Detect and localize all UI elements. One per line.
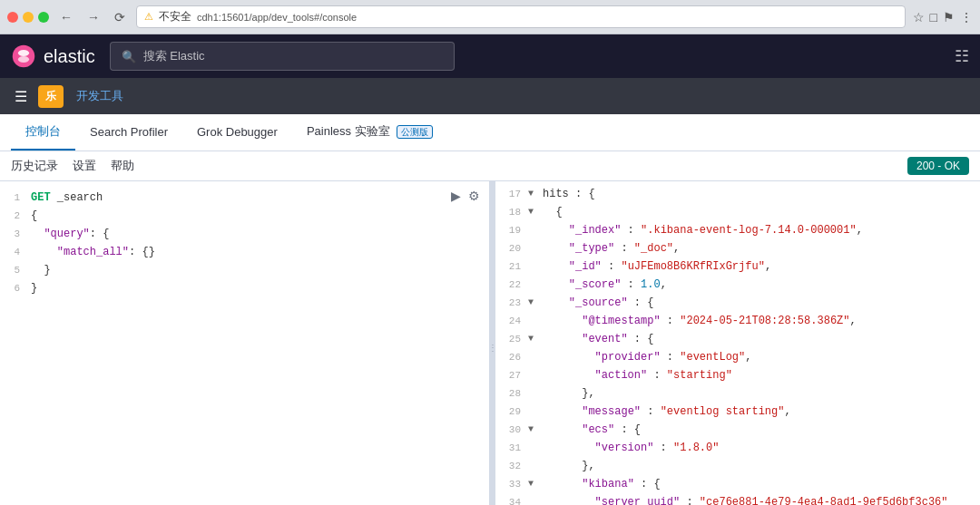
line-number: 18: [495, 204, 528, 220]
main-content: ▶ ⚙ 1 GET _search 2 { 3 "query": { 4 "ma…: [0, 181, 980, 505]
line-number: 25: [495, 331, 528, 347]
fold-button[interactable]: ▼: [528, 476, 541, 492]
line-content: hits : {: [541, 186, 980, 202]
star-button[interactable]: ☆: [913, 10, 925, 24]
line-content: "kibana" : {: [541, 476, 980, 492]
no-fold: [528, 349, 541, 365]
result-line-32: 32 },: [495, 457, 980, 475]
line-content: },: [541, 458, 980, 474]
browser-actions: ☆ □ ⚑ ⋮: [913, 10, 973, 24]
no-fold: [528, 403, 541, 420]
line-number: 31: [495, 440, 528, 456]
close-window-button[interactable]: [7, 12, 18, 23]
no-fold: [528, 313, 541, 329]
kibana-logo: elastic: [11, 44, 95, 69]
forward-button[interactable]: →: [83, 8, 103, 26]
result-line-18: 18 ▼ {: [495, 203, 980, 221]
line-number: 2: [0, 208, 27, 224]
no-fold: [528, 222, 541, 238]
fold-button[interactable]: ▼: [528, 186, 541, 202]
line-number: 22: [495, 277, 528, 293]
run-button[interactable]: ▶: [449, 187, 463, 205]
result-line-21: 21 "_id" : "uJFEmo8B6KRfRIxGrjfu",: [495, 257, 980, 276]
line-number: 21: [495, 258, 528, 275]
tab-bar: 控制台 Search Profiler Grok Debugger Painle…: [0, 114, 980, 151]
address-text: cdh1:15601/app/dev_tools#/console: [197, 12, 357, 23]
line-number: 6: [0, 280, 27, 296]
line-content: }: [27, 262, 489, 278]
menu-button[interactable]: ⋮: [960, 10, 973, 24]
line-number: 34: [495, 494, 528, 505]
editor-toolbar: ▶ ⚙: [449, 187, 482, 205]
history-button[interactable]: 历史记录: [11, 158, 58, 174]
help-button[interactable]: ☷: [955, 46, 969, 66]
line-content: GET _search: [27, 189, 489, 206]
line-content: {: [27, 208, 489, 224]
header-search-bar[interactable]: 🔍 搜索 Elastic: [110, 42, 455, 71]
search-icon: 🔍: [122, 50, 136, 63]
code-editor[interactable]: 1 GET _search 2 { 3 "query": { 4 "match_…: [0, 181, 489, 505]
result-line-19: 19 "_index" : ".kibana-event-log-7.14.0-…: [495, 221, 980, 239]
code-line-4: 4 "match_all": {}: [0, 243, 489, 261]
line-number: 29: [495, 403, 528, 420]
search-placeholder: 搜索 Elastic: [143, 48, 205, 64]
secondary-toolbar: 历史记录 设置 帮助 200 - OK: [0, 151, 980, 181]
result-line-23: 23 ▼ "_source" : {: [495, 294, 980, 312]
breadcrumb-devtools[interactable]: 开发工具: [71, 84, 129, 108]
line-number: 23: [495, 295, 528, 311]
result-line-30: 30 ▼ "ecs" : {: [495, 421, 980, 439]
app-icon-button[interactable]: 乐: [38, 85, 64, 108]
app-toolbar: ☰ 乐 开发工具: [0, 78, 980, 114]
result-line-17: 17 ▼ hits : {: [495, 185, 980, 203]
result-line-33: 33 ▼ "kibana" : {: [495, 475, 980, 493]
line-content: "event" : {: [541, 331, 980, 347]
fold-button[interactable]: ▼: [528, 295, 541, 311]
minimize-window-button[interactable]: [23, 12, 34, 23]
line-number: 19: [495, 222, 528, 238]
line-content: },: [541, 385, 980, 402]
security-icon: ⚠: [144, 11, 153, 23]
line-content: "query": {: [27, 226, 489, 242]
tab-search-profiler[interactable]: Search Profiler: [75, 116, 182, 150]
browser-chrome: ← → ⟳ ⚠ 不安全 cdh1:15601/app/dev_tools#/co…: [0, 0, 980, 34]
code-line-2: 2 {: [0, 207, 489, 225]
line-number: 26: [495, 349, 528, 365]
code-line-3: 3 "query": {: [0, 225, 489, 243]
line-number: 27: [495, 367, 528, 384]
reload-button[interactable]: ⟳: [111, 8, 129, 26]
hamburger-menu-button[interactable]: ☰: [11, 84, 31, 109]
line-number: 3: [0, 226, 27, 242]
back-button[interactable]: ←: [56, 8, 76, 26]
tab-painless-label: Painless 实验室: [307, 124, 390, 138]
no-fold: [528, 440, 541, 456]
no-fold: [528, 258, 541, 275]
maximize-window-button[interactable]: [38, 12, 49, 23]
results-editor[interactable]: 17 ▼ hits : { 18 ▼ { 19 "_index" : ".kib…: [495, 181, 980, 505]
tab-painless[interactable]: Painless 实验室 公测版: [292, 114, 447, 151]
tab-button[interactable]: □: [930, 10, 937, 24]
line-content: "_source" : {: [541, 295, 980, 311]
result-line-28: 28 },: [495, 384, 980, 403]
line-content: "ecs" : {: [541, 422, 980, 438]
help-link-button[interactable]: 帮助: [111, 158, 134, 174]
fold-button[interactable]: ▼: [528, 331, 541, 347]
result-line-26: 26 "provider" : "eventLog",: [495, 348, 980, 366]
browser-window-controls: [7, 12, 49, 23]
tab-grok-debugger-label: Grok Debugger: [197, 125, 278, 139]
wrench-button[interactable]: ⚙: [466, 187, 482, 205]
address-bar[interactable]: ⚠ 不安全 cdh1:15601/app/dev_tools#/console: [136, 5, 906, 28]
bookmark-button[interactable]: ⚑: [943, 10, 955, 24]
fold-button[interactable]: ▼: [528, 422, 541, 438]
line-number: 33: [495, 476, 528, 492]
no-fold: [528, 367, 541, 384]
code-line-1: 1 GET _search: [0, 189, 489, 207]
header-right: ☷: [955, 46, 969, 66]
line-content: "action" : "starting": [541, 367, 980, 384]
tab-console[interactable]: 控制台: [11, 114, 75, 151]
tab-grok-debugger[interactable]: Grok Debugger: [182, 116, 292, 150]
line-number: 24: [495, 313, 528, 329]
tab-search-profiler-label: Search Profiler: [90, 125, 168, 139]
settings-button[interactable]: 设置: [73, 158, 96, 174]
result-line-22: 22 "_score" : 1.0,: [495, 276, 980, 294]
fold-button[interactable]: ▼: [528, 204, 541, 220]
